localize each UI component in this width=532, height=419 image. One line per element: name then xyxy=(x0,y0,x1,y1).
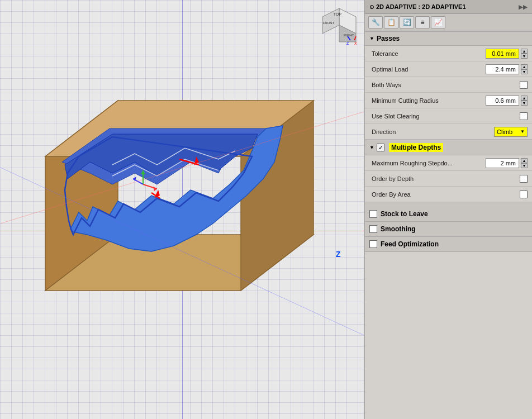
tolerance-label: Tolerance xyxy=(372,50,486,57)
use-slot-clearing-value xyxy=(520,112,528,120)
svg-text:FRONT: FRONT xyxy=(323,21,335,25)
toolbar-btn-4[interactable]: ≡ xyxy=(415,16,430,28)
tolerance-down[interactable]: ▼ xyxy=(521,54,528,59)
stock-to-leave-section[interactable]: Stock to Leave xyxy=(365,207,532,222)
optimal-load-down[interactable]: ▼ xyxy=(521,69,528,74)
max-roughing-up[interactable]: ▲ xyxy=(521,158,528,163)
viewport: Z TOP FRONT RIGHT X Z xyxy=(0,0,364,419)
smoothing-section[interactable]: Smoothing xyxy=(365,222,532,237)
tolerance-row: Tolerance 0.01 mm ▲ ▼ xyxy=(365,46,532,61)
optimal-load-row: Optimal Load 2.4 mm ▲ ▼ xyxy=(365,61,532,77)
passes-triangle-icon: ▼ xyxy=(369,36,374,41)
min-cutting-radius-down[interactable]: ▼ xyxy=(521,101,528,106)
3d-scene: Z xyxy=(0,0,364,419)
optimal-load-up[interactable]: ▲ xyxy=(521,64,528,69)
use-slot-clearing-row: Use Slot Clearing xyxy=(365,108,532,124)
svg-text:RIGHT: RIGHT xyxy=(344,34,354,37)
svg-text:Z: Z xyxy=(336,250,341,259)
nav-cube[interactable]: TOP FRONT RIGHT X Z xyxy=(320,6,359,45)
toolbar-btn-5[interactable]: 📈 xyxy=(431,16,445,28)
panel-header-title: ⊙ 2D ADAPTIVE : 2D ADAPTIVE1 xyxy=(369,3,466,10)
max-roughing-input[interactable]: 2 mm xyxy=(486,158,519,168)
direction-row: Direction Climb ▼ xyxy=(365,124,532,140)
min-cutting-radius-label: Minimum Cutting Radius xyxy=(372,97,486,104)
direction-value: Climb ▼ xyxy=(494,127,528,137)
use-slot-clearing-label: Use Slot Clearing xyxy=(372,113,520,120)
order-by-depth-value xyxy=(520,175,528,183)
order-by-area-value xyxy=(520,191,528,198)
order-by-area-checkbox[interactable] xyxy=(520,191,528,198)
tool-icon-2: 📋 xyxy=(387,18,396,26)
optimal-load-value: 2.4 mm ▲ ▼ xyxy=(486,64,528,74)
multiple-depths-checkbox[interactable] xyxy=(377,144,384,151)
panel-header: ⊙ 2D ADAPTIVE : 2D ADAPTIVE1 ▶▶ xyxy=(365,0,532,14)
max-roughing-label: Maximum Roughing Stepdo... xyxy=(372,160,486,166)
spacer-1 xyxy=(365,202,532,207)
feed-optimization-label: Feed Optimization xyxy=(381,240,439,248)
tolerance-input[interactable]: 0.01 mm xyxy=(486,49,519,59)
direction-label: Direction xyxy=(372,128,494,135)
both-ways-value xyxy=(520,81,528,89)
both-ways-row: Both Ways xyxy=(365,77,532,93)
feed-optimization-section[interactable]: Feed Optimization xyxy=(365,237,532,252)
svg-text:X: X xyxy=(354,41,357,45)
smoothing-label: Smoothing xyxy=(381,225,416,233)
min-cutting-radius-row: Minimum Cutting Radius 0.6 mm ▲ ▼ xyxy=(365,93,532,108)
direction-select[interactable]: Climb ▼ xyxy=(494,127,528,137)
direction-select-arrow-icon: ▼ xyxy=(520,129,525,134)
right-panel: ⊙ 2D ADAPTIVE : 2D ADAPTIVE1 ▶▶ 🔧 📋 🔄 ≡ … xyxy=(364,0,532,419)
order-by-area-row: Order By Area xyxy=(365,187,532,202)
multiple-depths-triangle-icon: ▼ xyxy=(369,145,374,150)
stock-to-leave-label: Stock to Leave xyxy=(381,210,428,218)
min-cutting-radius-value: 0.6 mm ▲ ▼ xyxy=(486,96,528,106)
tool-icon-1: 🔧 xyxy=(372,18,380,26)
toolbar-btn-3[interactable]: 🔄 xyxy=(400,16,414,28)
optimal-load-label: Optimal Load xyxy=(372,66,486,73)
min-cutting-radius-up[interactable]: ▲ xyxy=(521,96,528,101)
max-roughing-row: Maximum Roughing Stepdo... 2 mm ▲ ▼ xyxy=(365,155,532,171)
order-by-depth-row: Order by Depth xyxy=(365,171,532,187)
order-by-area-label: Order By Area xyxy=(372,191,520,198)
panel-title: 2D ADAPTIVE : 2D ADAPTIVE1 xyxy=(376,3,466,10)
svg-text:Z: Z xyxy=(346,41,349,45)
circle-icon: ⊙ xyxy=(369,4,374,10)
panel-toolbar: 🔧 📋 🔄 ≡ 📈 xyxy=(365,14,532,31)
use-slot-clearing-checkbox[interactable] xyxy=(520,112,528,120)
optimal-load-input[interactable]: 2.4 mm xyxy=(486,64,519,74)
tolerance-up[interactable]: ▲ xyxy=(521,49,528,54)
passes-label: Passes xyxy=(377,35,400,42)
max-roughing-spinner[interactable]: ▲ ▼ xyxy=(521,158,528,168)
min-cutting-radius-spinner[interactable]: ▲ ▼ xyxy=(521,96,528,106)
svg-marker-13 xyxy=(153,187,157,191)
tool-icon-4: ≡ xyxy=(420,18,424,26)
toolbar-btn-2[interactable]: 📋 xyxy=(384,16,398,28)
tool-icon-5: 📈 xyxy=(434,18,443,26)
toolbar-btn-1[interactable]: 🔧 xyxy=(368,16,383,28)
tolerance-value: 0.01 mm ▲ ▼ xyxy=(486,49,528,59)
multiple-depths-section-header[interactable]: ▼ Multiple Depths xyxy=(365,140,532,155)
feed-optimization-checkbox[interactable] xyxy=(369,240,377,248)
max-roughing-down[interactable]: ▼ xyxy=(521,163,528,168)
forward-arrows[interactable]: ▶▶ xyxy=(519,4,528,10)
stock-to-leave-checkbox[interactable] xyxy=(369,210,377,218)
optimal-load-spinner[interactable]: ▲ ▼ xyxy=(521,64,528,74)
multiple-depths-label: Multiple Depths xyxy=(389,143,443,152)
min-cutting-radius-input[interactable]: 0.6 mm xyxy=(486,96,519,106)
smoothing-checkbox[interactable] xyxy=(369,225,377,233)
tolerance-spinner[interactable]: ▲ ▼ xyxy=(521,49,528,59)
svg-text:TOP: TOP xyxy=(334,12,342,16)
max-roughing-value: 2 mm ▲ ▼ xyxy=(486,158,528,168)
order-by-depth-checkbox[interactable] xyxy=(520,175,528,183)
tool-icon-3: 🔄 xyxy=(403,18,411,26)
order-by-depth-label: Order by Depth xyxy=(372,175,520,182)
passes-section-header[interactable]: ▼ Passes xyxy=(365,31,532,46)
both-ways-label: Both Ways xyxy=(372,82,520,88)
direction-select-value: Climb xyxy=(497,128,512,135)
both-ways-checkbox[interactable] xyxy=(520,81,528,89)
